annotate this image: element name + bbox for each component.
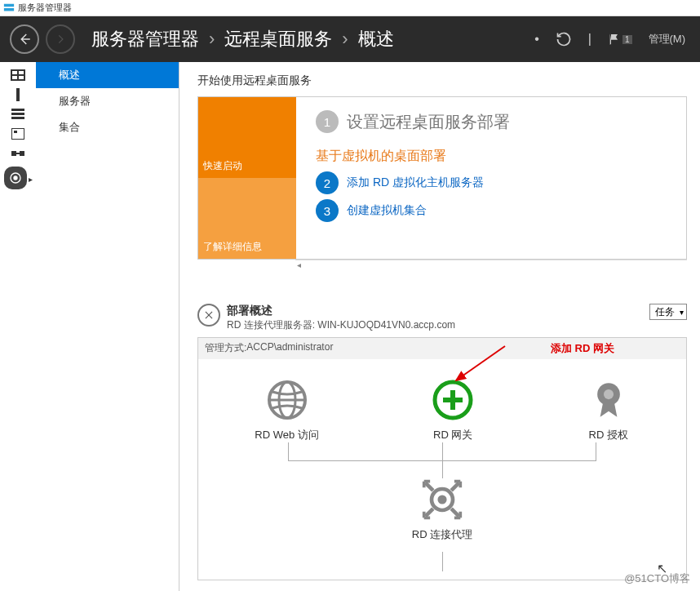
broker-label: RD 连接代理服务器:: [227, 319, 317, 331]
vm-deployment-subheading: 基于虚拟机的桌面部署: [316, 148, 670, 165]
quickstart-tile[interactable]: 快速启动: [198, 97, 296, 178]
svg-rect-9: [11, 113, 24, 115]
getting-started-card: 快速启动 了解详细信息 1 设置远程桌面服务部署 基于虚拟机的桌面部署 2 添加…: [197, 96, 687, 260]
svg-rect-12: [14, 131, 17, 133]
svg-rect-7: [16, 88, 20, 101]
plus-circle-icon: [432, 379, 474, 421]
sidebar: 概述 服务器 集合: [36, 62, 179, 591]
rd-broker-node[interactable]: RD 连接代理: [198, 478, 686, 571]
broker-server-name: WIN-KUJOQD41VN0.accp.com: [317, 319, 455, 331]
svg-rect-4: [19, 71, 24, 74]
window-title: 服务器管理器: [18, 2, 72, 14]
deployment-title: 部署概述: [227, 304, 455, 318]
svg-rect-3: [12, 71, 17, 74]
globe-icon: [266, 379, 308, 421]
svg-rect-6: [19, 76, 24, 79]
learnmore-tile[interactable]: 了解详细信息: [198, 178, 296, 259]
tasks-dropdown[interactable]: 任务: [649, 304, 687, 320]
sidebar-item-collections[interactable]: 集合: [36, 114, 179, 140]
header-bar: 服务器管理器 › 远程桌面服务 › 概述 • | 1 管理(M): [0, 16, 700, 62]
chevron-right-icon: ›: [209, 29, 215, 50]
node-label: RD Web 访问: [255, 428, 319, 442]
svg-rect-13: [11, 151, 16, 156]
management-bar: 管理方式: ACCP\administrator 添加 RD 网关: [198, 338, 686, 359]
svg-rect-0: [4, 3, 14, 7]
svg-rect-8: [11, 109, 24, 111]
file-services-icon[interactable]: [10, 127, 26, 140]
sidebar-item-label: 服务器: [59, 94, 91, 109]
deployment-subtitle: RD 连接代理服务器: WIN-KUJOQD41VN0.accp.com: [227, 318, 455, 332]
rd-web-access-node[interactable]: RD Web 访问: [255, 379, 319, 442]
deployment-topology: 管理方式: ACCP\administrator 添加 RD 网关 RD Web…: [197, 337, 687, 580]
connector-down: [442, 552, 443, 571]
sidebar-item-label: 集合: [59, 120, 80, 135]
broker-icon: [421, 478, 463, 521]
create-vm-collection-link[interactable]: 创建虚拟机集合: [347, 203, 427, 218]
horizontal-scrollbar[interactable]: [295, 260, 687, 274]
svg-rect-14: [20, 151, 24, 156]
deployment-overview-section: 部署概述 RD 连接代理服务器: WIN-KUJOQD41VN0.accp.co…: [197, 304, 687, 580]
breadcrumb-rds[interactable]: 远程桌面服务: [224, 27, 332, 51]
svg-point-26: [604, 389, 614, 399]
svg-rect-15: [16, 153, 20, 154]
collapse-icon[interactable]: [197, 304, 220, 327]
refresh-button[interactable]: [556, 31, 572, 47]
sidebar-item-servers[interactable]: 服务器: [36, 88, 179, 114]
rd-gateway-add-node[interactable]: RD 网关: [432, 379, 474, 442]
ribbon-icon: [587, 379, 630, 421]
separator-icon: |: [588, 32, 591, 47]
notifications-flag-icon[interactable]: 1: [608, 33, 632, 46]
svg-rect-5: [12, 76, 17, 79]
rd-license-node[interactable]: RD 授权: [587, 379, 630, 442]
svg-point-28: [437, 495, 446, 504]
breadcrumb-overview[interactable]: 概述: [358, 27, 394, 51]
role-icon[interactable]: [10, 147, 26, 160]
server-manager-logo-icon: [3, 2, 15, 14]
node-label: RD 授权: [589, 428, 628, 442]
mouse-cursor-icon: ↖: [657, 561, 667, 576]
dashboard-icon[interactable]: [10, 69, 26, 82]
rds-icon[interactable]: [4, 167, 27, 189]
window-titlebar: 服务器管理器: [0, 0, 700, 16]
tile-label: 了解详细信息: [203, 240, 262, 254]
breadcrumb-root[interactable]: 服务器管理器: [91, 27, 199, 51]
main-content: 开始使用远程桌面服务 快速启动 了解详细信息 1 设置远程桌面服务部署 基于虚拟…: [179, 62, 700, 591]
breadcrumb: 服务器管理器 › 远程桌面服务 › 概述: [91, 27, 394, 51]
svg-rect-1: [4, 8, 14, 11]
mgmt-value: ACCP\administrator: [246, 341, 333, 356]
nav-rail: ▸: [0, 62, 36, 591]
chevron-right-icon: ▸: [29, 175, 33, 184]
notifications-count: 1: [622, 35, 632, 44]
add-rd-virt-host-link[interactable]: 添加 RD 虚拟化主机服务器: [347, 176, 484, 190]
getting-started-title: 开始使用远程桌面服务: [197, 73, 700, 88]
annotation-add-rd-gateway: 添加 RD 网关: [551, 341, 614, 356]
sidebar-item-label: 概述: [59, 68, 80, 82]
setup-heading: 设置远程桌面服务部署: [347, 111, 510, 133]
sidebar-item-overview[interactable]: 概述: [36, 62, 179, 88]
chevron-right-icon: ›: [342, 29, 348, 50]
all-servers-icon[interactable]: [10, 108, 26, 121]
svg-point-17: [14, 176, 17, 180]
step-number-2: 2: [316, 171, 339, 194]
step-number-3: 3: [316, 199, 339, 222]
manage-menu[interactable]: 管理(M): [649, 32, 686, 47]
mgmt-label: 管理方式:: [205, 341, 246, 356]
forward-button[interactable]: [46, 24, 75, 54]
tile-label: 快速启动: [203, 159, 242, 173]
separator-icon: •: [534, 32, 539, 47]
tasks-label: 任务: [655, 305, 675, 319]
node-label: RD 网关: [433, 428, 472, 442]
back-button[interactable]: [10, 24, 39, 54]
node-label: RD 连接代理: [412, 527, 472, 542]
connector-lines: [198, 442, 686, 478]
step-number-1: 1: [316, 110, 339, 133]
svg-rect-11: [11, 128, 24, 140]
svg-rect-10: [11, 117, 24, 119]
local-server-icon[interactable]: [10, 88, 26, 101]
